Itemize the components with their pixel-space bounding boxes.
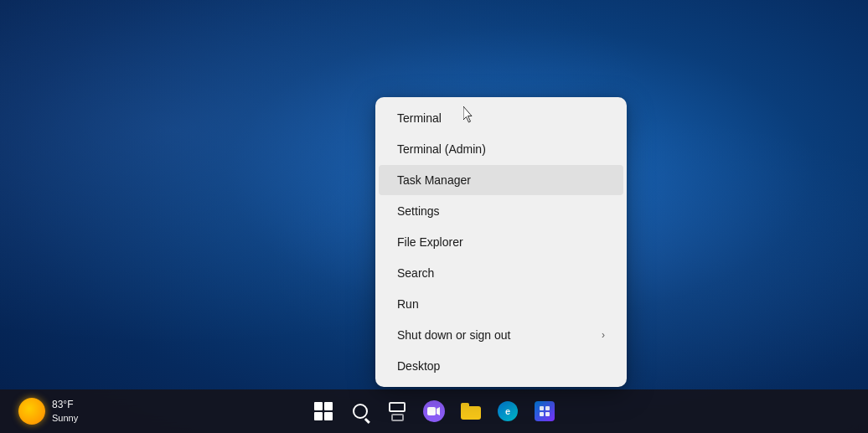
taskbar-center-icons: e xyxy=(307,394,561,428)
menu-item-desktop-label: Desktop xyxy=(397,359,440,373)
menu-item-file-explorer[interactable]: File Explorer xyxy=(379,227,623,257)
desktop: Terminal Terminal (Admin) Task Manager S… xyxy=(0,0,868,433)
context-menu: Terminal Terminal (Admin) Task Manager S… xyxy=(375,97,627,387)
store-button[interactable] xyxy=(528,394,561,428)
svg-rect-0 xyxy=(427,407,436,415)
zoom-button[interactable] xyxy=(417,394,451,428)
start-button[interactable] xyxy=(307,394,340,428)
weather-sun-icon xyxy=(18,398,45,425)
svg-rect-4 xyxy=(540,412,544,416)
menu-item-terminal-admin[interactable]: Terminal (Admin) xyxy=(379,134,623,164)
submenu-arrow-icon: › xyxy=(602,329,605,341)
edge-button[interactable]: e xyxy=(491,394,524,428)
svg-rect-3 xyxy=(545,406,550,410)
task-view-button[interactable] xyxy=(380,394,414,428)
menu-item-settings[interactable]: Settings xyxy=(379,196,623,226)
menu-item-terminal-label: Terminal xyxy=(397,111,442,125)
weather-condition: Sunny xyxy=(52,412,78,425)
taskbar: 83°F Sunny xyxy=(0,389,868,433)
taskbar-left: 83°F Sunny xyxy=(10,394,86,428)
menu-item-task-manager[interactable]: Task Manager xyxy=(379,165,623,195)
taskbar-search-button[interactable] xyxy=(344,394,377,428)
zoom-icon xyxy=(423,400,445,422)
task-view-icon xyxy=(389,402,406,421)
menu-item-terminal[interactable]: Terminal xyxy=(379,103,623,133)
menu-item-shut-down[interactable]: Shut down or sign out › xyxy=(379,320,623,350)
svg-rect-2 xyxy=(540,406,544,410)
menu-item-run[interactable]: Run xyxy=(379,289,623,319)
menu-item-search-label: Search xyxy=(397,266,434,280)
folder-icon xyxy=(461,403,481,420)
windows-logo-icon xyxy=(314,402,333,420)
menu-item-run-label: Run xyxy=(397,297,419,311)
search-icon xyxy=(353,404,368,419)
menu-item-terminal-admin-label: Terminal (Admin) xyxy=(397,142,486,156)
file-explorer-button[interactable] xyxy=(454,394,488,428)
edge-icon: e xyxy=(498,401,518,421)
weather-widget[interactable]: 83°F Sunny xyxy=(10,394,86,428)
menu-item-file-explorer-label: File Explorer xyxy=(397,235,463,249)
menu-item-shut-down-label: Shut down or sign out xyxy=(397,328,510,342)
weather-temperature: 83°F xyxy=(52,398,78,412)
svg-marker-1 xyxy=(437,407,440,415)
menu-item-search[interactable]: Search xyxy=(379,258,623,288)
store-icon xyxy=(535,401,555,421)
menu-item-settings-label: Settings xyxy=(397,204,440,218)
svg-rect-5 xyxy=(545,412,550,416)
weather-text: 83°F Sunny xyxy=(52,398,78,425)
menu-item-task-manager-label: Task Manager xyxy=(397,173,471,187)
menu-item-desktop[interactable]: Desktop xyxy=(379,351,623,381)
